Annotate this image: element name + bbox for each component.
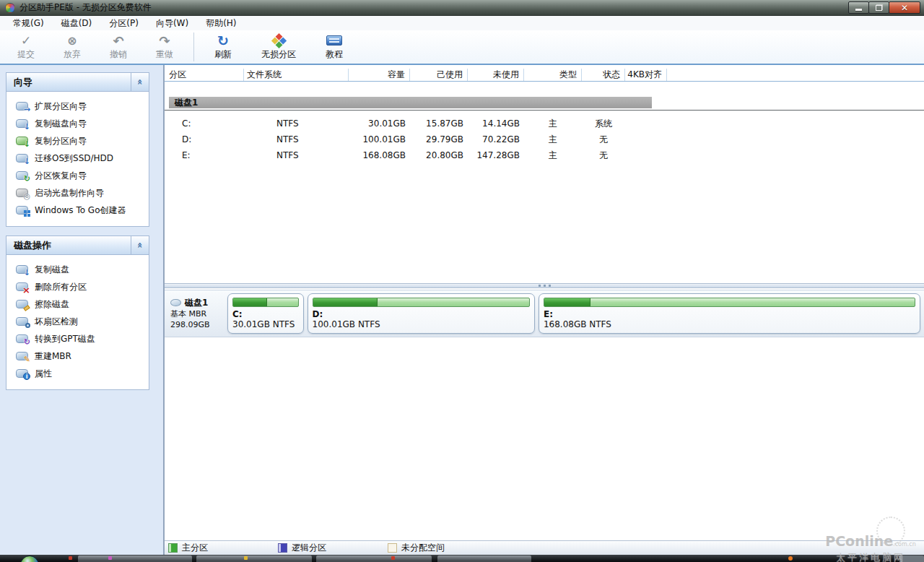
- column-partition[interactable]: 分区: [165, 69, 244, 81]
- sidebar-item-extend-partition-wizard[interactable]: → 扩展分区向导: [6, 98, 149, 115]
- sidebar-item-boot-cd-maker[interactable]: ◎ 启动光盘制作向导: [6, 184, 149, 202]
- partition-table-pane: 分区 文件系统 容量 己使用 未使用 类型 状态 4KB对齐 磁盘1 C: NT…: [165, 65, 924, 283]
- menu-wizard[interactable]: 向导(W): [147, 16, 197, 31]
- partition-blocks: C: 30.01GB NTFS D: 100.01GB NTFS E: 168.…: [227, 293, 920, 334]
- pane-splitter[interactable]: [165, 283, 924, 288]
- table-row-c[interactable]: C: NTFS 30.01GB 15.87GB 14.14GB 主 系统: [165, 116, 924, 131]
- menu-help[interactable]: 帮助(H): [197, 16, 245, 31]
- primary-partition-swatch-icon: [168, 543, 178, 553]
- column-capacity[interactable]: 容量: [349, 69, 410, 81]
- wizard-panel: 向导 « → 扩展分区向导 ↓ 复制磁盘向导 ↓ 复制分区向导: [6, 72, 149, 227]
- sidebar-item-copy-disk[interactable]: ↓ 复制磁盘: [6, 261, 149, 278]
- column-filesystem[interactable]: 文件系统: [244, 69, 349, 81]
- menu-general[interactable]: 常规(G): [4, 16, 53, 31]
- rebuild-mbr-icon: ✎: [16, 352, 28, 360]
- sidebar-item-properties[interactable]: 属性: [6, 365, 149, 382]
- disk-operations-panel-title: 磁盘操作: [14, 239, 51, 252]
- partition-block-c[interactable]: C: 30.01GB NTFS: [227, 293, 304, 334]
- sidebar-item-partition-recovery-wizard[interactable]: ↻ 分区恢复向导: [6, 167, 149, 184]
- migrate-os-icon: ↓: [16, 154, 28, 163]
- disk-map-pane: 磁盘1 基本 MBR 298.09GB C: 30.01GB NTFS: [165, 288, 924, 540]
- taskbar-app-icon: [244, 556, 248, 560]
- usage-bar-fill: [313, 298, 378, 306]
- redo-button[interactable]: ↷ 重做: [141, 31, 188, 63]
- sidebar-item-copy-partition-wizard[interactable]: ↓ 复制分区向导: [6, 132, 149, 150]
- taskbar-app-icon: [108, 556, 112, 560]
- column-unused[interactable]: 未使用: [468, 69, 524, 81]
- copy-disk-icon: ↓: [16, 265, 28, 274]
- taskbar-button[interactable]: [437, 555, 531, 562]
- disk-operations-panel-body: ↓ 复制磁盘 × 删除所有分区 擦除磁盘 坏扇区检测: [6, 255, 149, 389]
- disk-operations-panel-header: 磁盘操作 «: [6, 236, 149, 255]
- table-row-d[interactable]: D: NTFS 100.01GB 29.79GB 70.22GB 主 无: [165, 131, 924, 147]
- sidebar-item-windows-to-go[interactable]: Windows To Go创建器: [6, 202, 149, 219]
- menu-partition[interactable]: 分区(P): [100, 16, 147, 31]
- show-desktop-button[interactable]: [899, 555, 924, 562]
- tutorial-button[interactable]: 教程: [311, 31, 357, 63]
- taskbar-app-icon: [391, 556, 395, 560]
- taskbar-button[interactable]: [196, 555, 312, 562]
- table-header: 分区 文件系统 容量 己使用 未使用 类型 状态 4KB对齐: [165, 69, 924, 82]
- maximize-button[interactable]: [868, 1, 889, 14]
- column-used[interactable]: 己使用: [410, 69, 468, 81]
- sidebar-item-copy-disk-wizard[interactable]: ↓ 复制磁盘向导: [6, 115, 149, 132]
- discard-button[interactable]: ⊗ 放弃: [49, 31, 95, 63]
- column-4kb-align[interactable]: 4KB对齐: [625, 69, 667, 81]
- partition-block-e[interactable]: E: 168.08GB NTFS: [539, 293, 920, 334]
- sidebar-item-migrate-os[interactable]: ↓ 迁移OS到SSD/HDD: [6, 150, 149, 167]
- boot-cd-maker-icon: ◎: [16, 189, 28, 197]
- title-bar: 分区助手PE版 - 无损分区免费软件 ✕: [0, 0, 924, 16]
- lossless-partition-button[interactable]: 无损分区: [246, 31, 311, 63]
- sidebar-item-delete-all-partitions[interactable]: × 删除所有分区: [6, 278, 149, 295]
- sidebar-item-convert-gpt[interactable]: ↻ 转换到GPT磁盘: [6, 330, 149, 347]
- usage-bar-fill: [233, 298, 267, 306]
- partition-recovery-icon: ↻: [16, 171, 28, 180]
- splitter-grip: [544, 285, 546, 287]
- undo-icon: ↶: [113, 33, 123, 48]
- sidebar-item-bad-sector-test[interactable]: 坏扇区检测: [6, 313, 149, 330]
- start-orb-icon[interactable]: [20, 555, 39, 562]
- taskbar-button[interactable]: [316, 555, 432, 562]
- wizard-collapse-button[interactable]: «: [131, 73, 149, 91]
- properties-icon: [16, 369, 28, 378]
- refresh-button[interactable]: ↻ 刷新: [200, 31, 246, 63]
- menu-disk[interactable]: 磁盘(D): [53, 16, 101, 31]
- tray-app-icon[interactable]: [69, 556, 72, 560]
- main-pane: 分区 文件系统 容量 己使用 未使用 类型 状态 4KB对齐 磁盘1 C: NT…: [165, 65, 924, 555]
- windows-taskbar: [0, 555, 924, 562]
- sidebar-item-wipe-disk[interactable]: 擦除磁盘: [6, 295, 149, 313]
- partition-block-d[interactable]: D: 100.01GB NTFS: [308, 293, 535, 334]
- usage-bar-fill: [544, 298, 590, 306]
- column-status[interactable]: 状态: [582, 69, 625, 81]
- disk-info[interactable]: 磁盘1 基本 MBR 298.09GB: [168, 298, 227, 330]
- chevron-up-icon: «: [135, 242, 146, 248]
- disk-group-header[interactable]: 磁盘1: [169, 97, 652, 108]
- partition-pinwheel-icon: [274, 33, 284, 48]
- disk-kind: 基本 MBR: [170, 308, 227, 319]
- undo-button[interactable]: ↶ 撤销: [95, 31, 141, 63]
- disk-ops-collapse-button[interactable]: «: [131, 236, 149, 254]
- column-type[interactable]: 类型: [524, 69, 582, 81]
- refresh-icon: ↻: [217, 33, 229, 48]
- redo-icon: ↷: [159, 33, 170, 48]
- sidebar-item-rebuild-mbr[interactable]: ✎ 重建MBR: [6, 347, 149, 365]
- sidebar: 向导 « → 扩展分区向导 ↓ 复制磁盘向导 ↓ 复制分区向导: [0, 65, 165, 555]
- close-icon: ✕: [901, 4, 908, 12]
- close-button[interactable]: ✕: [889, 1, 920, 14]
- wizard-panel-header: 向导 «: [6, 73, 149, 92]
- splitter-grip: [549, 285, 551, 287]
- wipe-disk-icon: [16, 300, 28, 308]
- usage-bar: [313, 298, 530, 307]
- wizard-panel-body: → 扩展分区向导 ↓ 复制磁盘向导 ↓ 复制分区向导 ↓ 迁移OS到SSD/HD…: [6, 92, 149, 226]
- table-row-e[interactable]: E: NTFS 168.08GB 20.80GB 147.28GB 主 无: [165, 147, 924, 163]
- minimize-button[interactable]: [848, 1, 869, 14]
- commit-button[interactable]: ✓ 提交: [3, 31, 49, 63]
- window-title: 分区助手PE版 - 无损分区免费软件: [19, 1, 152, 14]
- delete-all-partitions-icon: ×: [16, 282, 28, 291]
- tray-icon[interactable]: [788, 556, 793, 561]
- maximize-icon: [876, 5, 882, 11]
- disk-operations-panel: 磁盘操作 « ↓ 复制磁盘 × 删除所有分区 擦除磁盘: [6, 235, 149, 390]
- copy-partition-wizard-icon: ↓: [16, 137, 28, 145]
- menu-bar: 常规(G) 磁盘(D) 分区(P) 向导(W) 帮助(H): [0, 16, 924, 30]
- taskbar-button[interactable]: [78, 555, 192, 562]
